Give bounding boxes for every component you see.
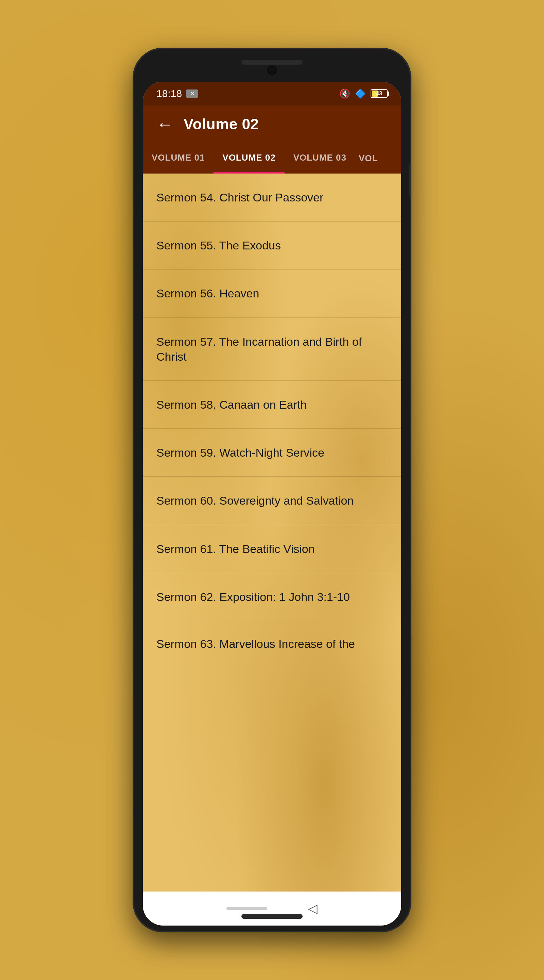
status-time-text: 18:18 xyxy=(156,88,182,99)
sermon-list: Sermon 54. Christ Our Passover Sermon 55… xyxy=(143,173,401,891)
volume-icon: 🔇 xyxy=(339,89,350,99)
sermon-item-59[interactable]: Sermon 59. Watch-Night Service xyxy=(143,429,401,477)
back-nav-button[interactable]: ◁ xyxy=(308,901,317,916)
sermon-item-55[interactable]: Sermon 55. The Exodus xyxy=(143,221,401,269)
sermon-title-58: Sermon 58. Canaan on Earth xyxy=(156,397,307,412)
tab-volume-more[interactable]: VOL xyxy=(355,143,401,173)
sermon-title-56: Sermon 56. Heaven xyxy=(156,286,259,301)
tab-volume-03[interactable]: VOLUME 03 xyxy=(285,143,355,173)
back-button[interactable]: ← xyxy=(156,116,173,133)
sermon-item-54[interactable]: Sermon 54. Christ Our Passover xyxy=(143,173,401,221)
volume-button[interactable] xyxy=(409,163,411,197)
sermon-title-59: Sermon 59. Watch-Night Service xyxy=(156,445,324,460)
battery-level: 43 xyxy=(376,91,382,97)
tab-volume-02[interactable]: VOLUME 02 xyxy=(214,143,284,173)
status-notification-icon: ✕ xyxy=(186,89,198,98)
status-time-group: 18:18 ✕ xyxy=(156,88,198,99)
sermon-title-54: Sermon 54. Christ Our Passover xyxy=(156,190,324,205)
status-bar: 18:18 ✕ 🔇 🔷 43 xyxy=(143,82,401,105)
sermon-title-60: Sermon 60. Sovereignty and Salvation xyxy=(156,493,354,508)
screen-content: 18:18 ✕ 🔇 🔷 43 ← Volume 02 xyxy=(143,82,401,926)
speaker-top xyxy=(241,60,303,65)
sermon-title-62: Sermon 62. Exposition: 1 John 3:1-10 xyxy=(156,589,350,605)
sermon-title-57: Sermon 57. The Incarnation and Birth of … xyxy=(156,334,388,364)
sermon-item-58[interactable]: Sermon 58. Canaan on Earth xyxy=(143,381,401,429)
sermon-title-63: Sermon 63. Marvellous Increase of the xyxy=(156,637,355,650)
phone-frame: 18:18 ✕ 🔇 🔷 43 ← Volume 02 xyxy=(133,48,411,932)
sermon-title-61: Sermon 61. The Beatific Vision xyxy=(156,541,315,556)
sermon-item-56[interactable]: Sermon 56. Heaven xyxy=(143,269,401,318)
sermon-item-62[interactable]: Sermon 62. Exposition: 1 John 3:1-10 xyxy=(143,573,401,621)
toolbar: ← Volume 02 xyxy=(143,105,401,143)
camera xyxy=(267,65,277,75)
tab-volume-01[interactable]: VOLUME 01 xyxy=(143,143,214,173)
tabs-container: VOLUME 01 VOLUME 02 VOLUME 03 VOL xyxy=(143,143,401,173)
bluetooth-icon: 🔷 xyxy=(355,89,366,99)
sermon-item-61[interactable]: Sermon 61. The Beatific Vision xyxy=(143,525,401,573)
speaker-bottom xyxy=(241,914,303,919)
battery-icon: 43 xyxy=(371,89,388,98)
sermon-item-57[interactable]: Sermon 57. The Incarnation and Birth of … xyxy=(143,318,401,381)
sermon-title-55: Sermon 55. The Exodus xyxy=(156,238,281,253)
nav-bar: ◁ xyxy=(143,891,401,926)
phone-screen: 18:18 ✕ 🔇 🔷 43 ← Volume 02 xyxy=(143,82,401,926)
status-icons-group: 🔇 🔷 43 xyxy=(339,89,388,99)
toolbar-title: Volume 02 xyxy=(184,116,259,133)
home-indicator[interactable] xyxy=(227,907,267,910)
sermon-item-60[interactable]: Sermon 60. Sovereignty and Salvation xyxy=(143,477,401,525)
sermon-item-63[interactable]: Sermon 63. Marvellous Increase of the xyxy=(143,621,401,661)
